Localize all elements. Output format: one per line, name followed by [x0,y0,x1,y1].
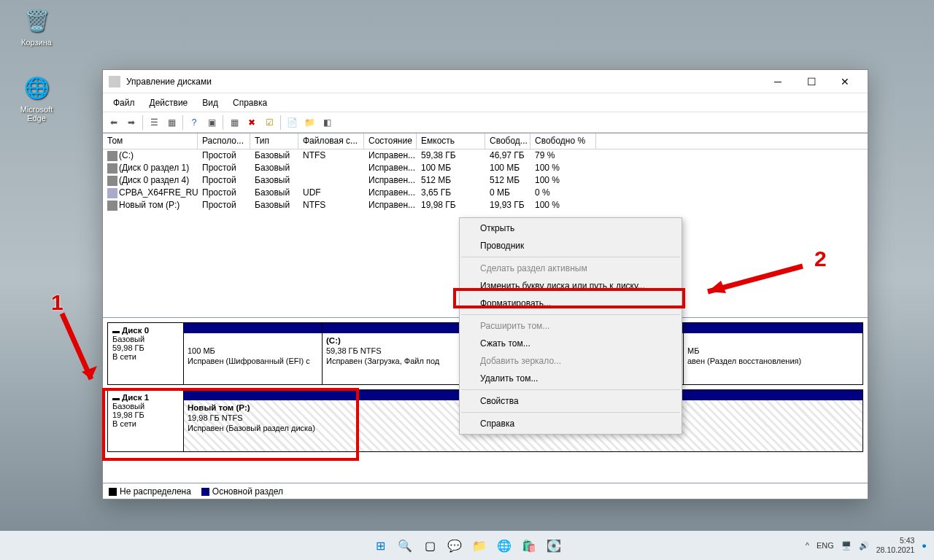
toolbar-icon[interactable]: ▦ [163,114,180,131]
volume-icon [107,151,117,161]
clock[interactable]: 5:43 28.10.2021 [876,536,915,555]
search-icon[interactable]: 🔍 [395,536,414,555]
back-button[interactable]: ⬅ [106,114,122,131]
close-button[interactable]: ✕ [828,70,862,93]
volume-icon[interactable]: 🔊 [859,541,869,551]
help-icon[interactable]: ? [186,114,202,131]
taskbar: ⊞ 🔍 ▢ 💬 📁 🌐 🛍️ 💽 ^ ENG 🖥️ 🔊 5:43 28.10.2… [0,531,934,560]
titlebar: Управление дисками ─ ☐ ✕ [103,70,868,93]
toolbar: ⬅ ➡ ☰ ▦ ? ▣ ▦ ✖ ☑ 📄 📁 ◧ [103,112,868,133]
col-free[interactable]: Свобод... [485,133,530,149]
svg-marker-0 [82,366,97,379]
col-status[interactable]: Состояние [364,133,417,149]
toolbar-icon[interactable]: ☰ [146,114,162,131]
app-icon [109,76,120,88]
system-tray: ^ ENG 🖥️ 🔊 5:43 28.10.2021 ● [798,536,934,555]
volume-row[interactable]: Новый том (P:) ПростойБазовый NTFSИсправ… [103,199,868,211]
col-layout[interactable]: Располо... [198,133,250,149]
tray-chevron-icon[interactable]: ^ [806,541,809,550]
partition-efi[interactable]: 100 МБИсправен (Шифрованный (EFI) с [184,323,323,384]
taskbar-center: ⊞ 🔍 ▢ 💬 📁 🌐 🛍️ 💽 [371,536,563,555]
ctx-format[interactable]: Форматировать... [460,295,682,312]
edge-label: Microsoft Edge [13,105,60,122]
explorer-icon[interactable]: 📁 [470,536,489,555]
toolbar-icon[interactable]: 📁 [301,114,317,131]
start-button[interactable]: ⊞ [371,536,390,555]
cd-icon [107,188,117,198]
volume-row[interactable]: CPBA_X64FRE_RU-... ПростойБазовый UDFИсп… [103,187,868,199]
volume-icon [107,176,117,186]
col-type[interactable]: Тип [250,133,298,149]
annotation-number-1: 1 [51,290,63,315]
diskmgmt-taskbar-icon[interactable]: 💽 [544,536,563,555]
window-title: Управление дисками [126,77,761,87]
disk-0-label: ▬ Диск 0 Базовый 59,98 ГБ В сети [108,323,184,384]
ctx-mirror: Добавить зеркало... [460,352,682,370]
toolbar-icon[interactable]: ▣ [204,114,220,131]
ctx-make-active: Сделать раздел активным [460,260,682,277]
network-icon[interactable]: 🖥️ [841,541,852,551]
ctx-shrink[interactable]: Сжать том... [460,335,682,352]
desktop-edge[interactable]: 🌐 Microsoft Edge [13,73,60,122]
swatch-primary [201,488,209,496]
menu-view[interactable]: Вид [195,95,225,111]
ctx-properties[interactable]: Свойства [460,392,682,410]
desktop-recycle-bin[interactable]: 🗑️ Корзина [13,6,60,47]
maximize-button[interactable]: ☐ [795,70,828,93]
volume-icon [107,201,117,211]
notifications-icon[interactable]: ● [922,541,927,550]
volume-row[interactable]: (C:) ПростойБазовый NTFSИсправен... 59,3… [103,149,868,162]
menubar: Файл Действие Вид Справка [103,93,868,112]
toolbar-icon[interactable]: ◧ [319,114,335,131]
col-volume[interactable]: Том [103,133,198,149]
col-capacity[interactable]: Емкость [417,133,485,149]
edge-icon: 🌐 [22,73,51,102]
menu-action[interactable]: Действие [142,95,196,111]
volume-row[interactable]: (Диск 0 раздел 4) ПростойБазовый Исправе… [103,174,868,187]
recycle-bin-icon: 🗑️ [22,6,51,35]
ctx-delete[interactable]: Удалить том... [460,370,682,387]
col-fs[interactable]: Файловая с... [298,133,364,149]
refresh-icon[interactable]: ▦ [226,114,242,131]
forward-button[interactable]: ➡ [123,114,139,131]
ctx-help[interactable]: Справка [460,415,682,432]
legend: Не распределена Основной раздел [103,483,868,499]
toolbar-icon[interactable]: 📄 [284,114,300,131]
volume-row[interactable]: (Диск 0 раздел 1) ПростойБазовый Исправе… [103,162,868,174]
volume-icon [107,163,117,174]
menu-help[interactable]: Справка [225,95,274,111]
disk-1-label: ▬ Диск 1 Базовый 19,98 ГБ В сети [108,390,184,451]
ctx-extend: Расширить том... [460,317,682,335]
ctx-open[interactable]: Открыть [460,219,682,237]
col-pct[interactable]: Свободно % [530,133,596,149]
ctx-change-letter[interactable]: Изменить букву диска или путь к диску... [460,277,682,295]
swatch-unallocated [109,488,117,496]
language-indicator[interactable]: ENG [817,541,834,550]
arrow-1 [51,306,109,394]
recycle-label: Корзина [13,38,60,47]
store-icon[interactable]: 🛍️ [520,536,539,555]
edge-taskbar-icon[interactable]: 🌐 [495,536,514,555]
partition-recovery[interactable]: МБавен (Раздел восстановления) [684,323,862,384]
minimize-button[interactable]: ─ [761,70,795,93]
task-view-icon[interactable]: ▢ [420,536,439,555]
volume-header: Том Располо... Тип Файловая с... Состоян… [103,133,868,149]
menu-file[interactable]: Файл [106,95,142,111]
ctx-explorer[interactable]: Проводник [460,237,682,254]
context-menu: Открыть Проводник Сделать раздел активны… [459,217,682,435]
delete-icon[interactable]: ✖ [244,114,260,131]
chat-icon[interactable]: 💬 [445,536,464,555]
toolbar-icon[interactable]: ☑ [261,114,277,131]
